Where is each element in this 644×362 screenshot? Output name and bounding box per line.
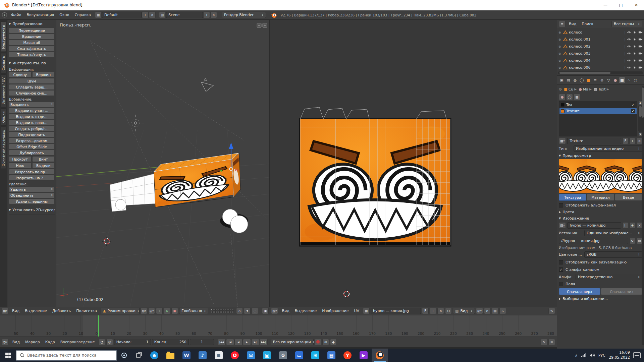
layer-toggle[interactable] xyxy=(215,309,217,311)
taskbar-clock[interactable]: 16:09 29.05.2022 xyxy=(609,350,630,360)
snap-element-icon[interactable]: ▾ xyxy=(244,308,251,314)
image-reload-icon[interactable]: ↻ xyxy=(630,238,635,244)
screen-layout-selector[interactable]: ▦ Default + × xyxy=(95,12,156,18)
tool-button[interactable]: Перемещение xyxy=(9,27,55,33)
field-order-button[interactable]: Сначала верх xyxy=(559,288,600,295)
expand-icon[interactable]: ⊕ xyxy=(558,38,562,41)
layer-grid[interactable] xyxy=(211,309,234,313)
texture-context-other-icon[interactable]: ▩ xyxy=(574,94,580,100)
snap-magnet-icon[interactable]: ∩ xyxy=(236,308,243,314)
interaction-mode-dropdown[interactable]: ▲Режим правки↕ xyxy=(101,308,140,314)
tool-button[interactable]: Шум xyxy=(9,78,55,84)
preview-panel-header[interactable]: ▼Предпросмотр xyxy=(559,153,642,159)
checkbox-unchecked[interactable] xyxy=(559,282,563,286)
taskbar-app-volume-app[interactable]: ♪ xyxy=(195,349,211,362)
visibility-eye-icon[interactable] xyxy=(627,52,631,55)
visibility-eye-icon[interactable] xyxy=(627,31,631,34)
properties-scrollbar[interactable] xyxy=(642,86,644,345)
layer-toggle[interactable] xyxy=(222,311,224,313)
record-button[interactable] xyxy=(315,339,321,345)
layer-toggle[interactable] xyxy=(220,309,222,311)
window-titlebar[interactable]: Blender* [D:\Тест\грузовик.blend] — □ ✕ xyxy=(0,0,644,10)
uv-display-dropdown[interactable]: ▥Вид↕ xyxy=(453,308,475,314)
properties-tab[interactable]: ■ xyxy=(585,77,592,84)
manipulator-translate-icon[interactable]: + xyxy=(156,308,163,314)
tool-button[interactable]: Подразделить xyxy=(9,132,55,137)
tool-button[interactable]: Разрезать на 2 ... xyxy=(9,175,55,181)
transport-button[interactable]: |◀ xyxy=(226,339,234,345)
tool-button[interactable]: Разреза...двигом xyxy=(9,138,55,143)
visibility-eye-icon[interactable] xyxy=(627,45,631,48)
fake-user-button[interactable]: F xyxy=(422,308,429,314)
tool-button[interactable]: Дублировать xyxy=(9,150,55,156)
transport-button[interactable]: ◀ xyxy=(234,339,243,345)
layer-toggle[interactable] xyxy=(227,311,229,313)
texture-context-world-icon[interactable]: ◯ xyxy=(566,94,573,100)
tool-shelf-tab[interactable]: Опции xyxy=(1,108,6,126)
slot-enable-checkbox[interactable]: ✓ xyxy=(631,103,635,107)
image-path-field[interactable]: //hypno — копия.jpg xyxy=(559,238,628,244)
taskbar-app-edge[interactable]: e xyxy=(146,349,162,362)
tool-menu-button[interactable]: Выдавить↕ xyxy=(9,102,55,107)
properties-tab[interactable]: ▩ xyxy=(619,77,625,84)
layer-toggle[interactable] xyxy=(232,311,234,313)
taskbar-app-explorer[interactable] xyxy=(162,349,178,362)
editor-type-timeline-icon[interactable]: ◔▾ xyxy=(2,339,9,345)
layer-toggle[interactable] xyxy=(213,311,215,313)
tool-menu-button[interactable]: Удалить↕ xyxy=(9,186,55,192)
menu-item[interactable]: Кадр xyxy=(43,340,58,344)
tool-shelf-tab[interactable]: Создать xyxy=(1,53,6,73)
editor-type-info-icon[interactable]: i xyxy=(2,12,7,17)
expand-icon[interactable]: ⊕ xyxy=(558,31,562,34)
texture-slot-list[interactable]: Tex✓Texture✓ xyxy=(559,101,637,136)
tray-expand-icon[interactable]: ∧ xyxy=(575,353,578,358)
uv-pivot-icon[interactable]: ◎▾ xyxy=(476,308,483,314)
properties-tab[interactable]: ▣ xyxy=(558,77,565,84)
object-name[interactable]: колесо.001 xyxy=(569,37,590,42)
properties-tab[interactable]: ∴ xyxy=(626,77,632,84)
transport-button[interactable]: ▶| xyxy=(251,339,259,345)
transport-button[interactable]: ▶ xyxy=(243,339,251,345)
current-frame-field[interactable]: 1 xyxy=(190,339,214,345)
maximize-button[interactable]: □ xyxy=(613,0,629,10)
checkbox-checked[interactable]: ✓ xyxy=(559,267,563,272)
action-center-icon[interactable] xyxy=(633,352,641,358)
colorspace-dropdown[interactable]: sRGB↕ xyxy=(584,251,642,258)
preview-mode-button[interactable]: Везде xyxy=(615,194,642,201)
transport-button[interactable]: ▶▶| xyxy=(260,339,268,345)
image-browse-icon[interactable]: ▨▾ xyxy=(559,222,566,229)
editor-type-outliner-icon[interactable]: ≣ xyxy=(559,21,566,27)
use-alpha-row[interactable]: ✓ С альфа-каналом xyxy=(559,266,642,273)
taskbar-app-photos[interactable]: ▣ xyxy=(259,349,275,362)
tool-panel-header[interactable]: ▼Установить 2D-курсор xyxy=(9,207,55,213)
menu-item[interactable]: Вид xyxy=(9,309,22,313)
taskbar-app-settings[interactable]: ⚙ xyxy=(275,349,291,362)
tool-button[interactable]: Удалит...ершины xyxy=(9,198,55,204)
scene-name-field[interactable]: Scene xyxy=(166,12,203,18)
texture-slot[interactable]: Tex✓ xyxy=(559,102,637,108)
layer-toggle[interactable] xyxy=(213,309,215,311)
editor-type-3d-icon[interactable]: ▦▾ xyxy=(2,308,8,314)
checkbox-unchecked[interactable] xyxy=(559,203,563,207)
show-alpha-row[interactable]: Отображать альфа-канал xyxy=(559,201,642,209)
menu-item[interactable]: UV xyxy=(351,309,362,313)
timeline-options-icon[interactable]: ≡ xyxy=(548,339,555,345)
tool-button[interactable]: Случайное сме... xyxy=(9,90,55,96)
layer-toggle[interactable] xyxy=(225,309,227,311)
frame-end-field[interactable]: Конец:250 xyxy=(152,339,189,345)
taskbar-search[interactable] xyxy=(16,350,117,361)
tool-button[interactable]: Выдавить участ... xyxy=(9,108,55,113)
expand-icon[interactable]: ⊕ xyxy=(558,66,562,69)
taskbar-app-mail[interactable]: ✉ xyxy=(243,349,259,362)
image-pack-icon[interactable]: + xyxy=(630,222,635,229)
outliner-item[interactable]: ⊕ колесо.004 | xyxy=(558,57,643,64)
tool-panel-header[interactable]: ▼Преобразовани xyxy=(9,21,55,27)
scene-delete-icon[interactable]: × xyxy=(210,12,217,18)
menu-item[interactable]: Вид xyxy=(10,340,22,344)
layer-toggle[interactable] xyxy=(218,309,220,311)
task-view-icon[interactable] xyxy=(131,349,146,362)
object-name[interactable]: колесо.006 xyxy=(569,65,590,70)
renderability-camera-icon[interactable] xyxy=(638,31,643,34)
scene-add-icon[interactable]: + xyxy=(203,12,210,18)
keying-set-icon[interactable]: ⊕ xyxy=(322,339,329,345)
